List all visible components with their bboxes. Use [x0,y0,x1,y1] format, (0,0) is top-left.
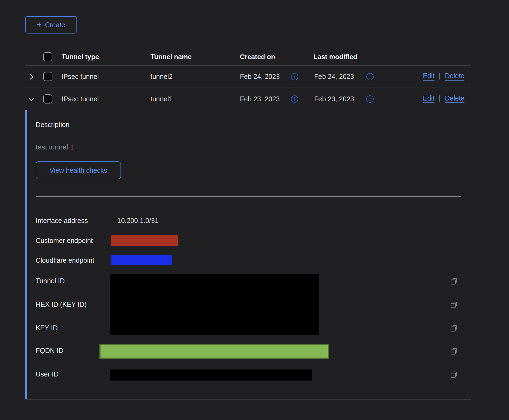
tunnel-type-cell: IPsec tunnel [62,72,99,81]
edit-link[interactable]: Edit [423,94,434,102]
customer-endpoint-redaction [111,235,178,246]
ids-redaction [110,274,319,335]
tunnel-name-cell: tunnel2 [150,72,173,81]
row-divider [25,88,471,88]
copy-icon[interactable] [450,324,458,332]
info-icon[interactable]: i [291,95,298,103]
copy-icon[interactable] [450,347,458,355]
copy-icon[interactable] [450,370,458,378]
description-value: test tunnel 1 [36,143,74,151]
column-header-tunnel-type: Tunnel type [62,53,99,61]
last-modified-cell: Feb 23, 2023 [314,95,354,103]
delete-link[interactable]: Delete [445,72,464,80]
created-on-cell: Feb 23, 2023 [240,95,280,103]
user-id-redaction [110,369,312,381]
detail-label: Interface address [36,216,88,225]
view-health-checks-label: View health checks [49,166,107,174]
copy-icon[interactable] [450,277,458,285]
description-label: Description [36,121,69,129]
create-button[interactable]: + Create [25,16,77,34]
header-divider [25,65,471,66]
plus-icon: + [37,21,42,29]
detail-label: User ID [36,370,59,378]
expanded-row-indicator-bar [25,110,27,399]
action-separator: | [439,72,441,80]
fqdn-id-redaction [99,344,329,359]
row-actions: Edit | Delete [423,94,464,102]
column-header-created-on: Created on [240,53,275,61]
row-actions: Edit | Delete [423,72,464,80]
tunnel-name-cell: tunnel1 [150,95,173,103]
panel-divider [36,196,461,197]
last-modified-cell: Feb 24, 2023 [314,72,354,81]
detail-label: FQDN ID [36,346,63,355]
info-icon[interactable]: i [366,95,374,103]
select-all-checkbox[interactable] [43,52,52,61]
info-icon[interactable]: i [291,73,298,80]
edit-link[interactable]: Edit [423,72,434,80]
column-header-last-modified: Last modified [313,53,357,61]
info-icon[interactable]: i [366,73,374,80]
action-separator: | [439,94,441,102]
row-checkbox[interactable] [43,72,52,81]
detail-label: HEX ID (KEY ID) [36,300,86,308]
copy-icon[interactable] [450,301,458,309]
delete-link[interactable]: Delete [445,94,464,102]
create-button-label: Create [45,21,65,29]
chevron-right-icon[interactable] [28,73,35,81]
interface-address-value: 10.200.1.0/31 [117,216,159,225]
created-on-cell: Feb 24, 2023 [240,72,280,81]
view-health-checks-button[interactable]: View health checks [36,161,121,179]
tunnels-page: + Create Tunnel type Tunnel name Created… [0,0,509,420]
detail-label: Tunnel ID [36,277,65,285]
panel-bottom-divider [25,399,471,400]
detail-label: Customer endpoint [36,236,93,245]
detail-label: KEY ID [36,324,58,332]
detail-label: Cloudflare endpoint [36,256,94,264]
cloudflare-endpoint-redaction [111,255,172,265]
tunnel-type-cell: IPsec tunnel [62,95,99,103]
column-header-tunnel-name: Tunnel name [150,53,192,61]
chevron-down-icon[interactable] [28,95,35,103]
row-checkbox[interactable] [43,94,52,104]
